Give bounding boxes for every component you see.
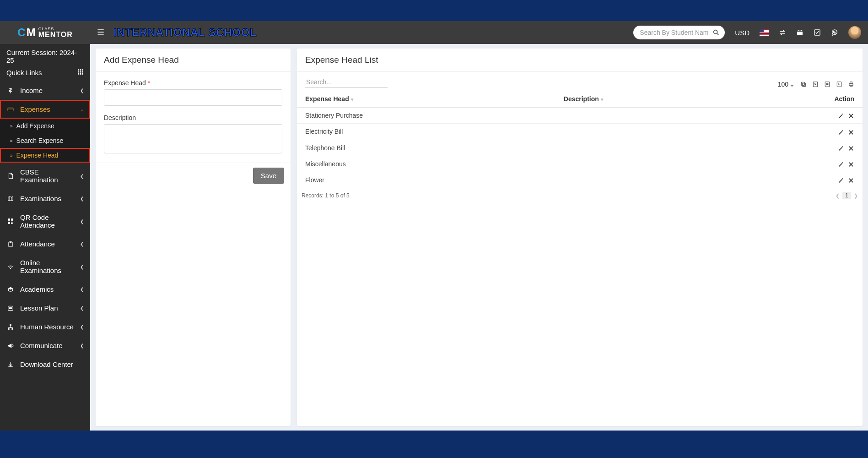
print-icon[interactable]	[848, 81, 854, 87]
svg-line-1	[717, 33, 718, 35]
quick-links[interactable]: Quick Links	[0, 66, 90, 81]
search-icon[interactable]	[708, 29, 724, 36]
delete-icon[interactable]	[848, 145, 854, 152]
sidebar-item-academics[interactable]: Academics ❮	[0, 280, 90, 299]
records-label: Records: 1 to 5 of 5	[302, 192, 350, 199]
svg-rect-20	[11, 218, 13, 221]
edit-icon[interactable]	[838, 177, 844, 184]
page-size-select[interactable]: 100 ⌄	[778, 81, 795, 88]
calendar-icon[interactable]	[796, 29, 803, 36]
cell-desc	[560, 172, 742, 188]
prev-page-button[interactable]: ❮	[836, 193, 840, 199]
chevron-left-icon: ❮	[80, 88, 84, 93]
cell-head: Electricity Bill	[297, 124, 560, 140]
sitemap-icon	[6, 324, 15, 330]
currency-label[interactable]: USD	[735, 29, 749, 37]
copy-icon[interactable]	[800, 81, 807, 87]
chevron-left-icon: ❮	[80, 219, 84, 224]
student-search-input[interactable]	[640, 29, 708, 36]
panel-title: Add Expense Head	[96, 49, 291, 72]
svg-rect-34	[11, 328, 13, 329]
cell-desc	[560, 156, 742, 172]
col-expense-head[interactable]: Expense Head▼	[297, 91, 560, 108]
pdf-icon[interactable]	[836, 81, 842, 87]
table-row: Electricity Bill	[297, 124, 863, 140]
delete-icon[interactable]	[848, 129, 854, 136]
svg-rect-23	[12, 222, 13, 223]
chevron-down-icon: ⌄	[80, 107, 84, 112]
user-avatar[interactable]	[848, 26, 861, 39]
edit-icon[interactable]	[838, 161, 844, 168]
excel-icon[interactable]	[812, 81, 819, 87]
svg-rect-14	[78, 73, 79, 75]
add-expense-head-panel: Add Expense Head Expense Head * Descript…	[96, 49, 291, 426]
delete-icon[interactable]	[848, 177, 854, 184]
whatsapp-icon[interactable]	[831, 29, 838, 36]
language-flag[interactable]	[760, 29, 769, 36]
sidebar-item-cbse[interactable]: CBSE Examination ❮	[0, 163, 90, 189]
logo[interactable]: CM CLASS MENTOR	[0, 21, 90, 44]
newspaper-icon	[6, 305, 15, 311]
save-button[interactable]: Save	[253, 168, 284, 184]
svg-rect-43	[850, 82, 852, 84]
next-page-button[interactable]: ❯	[854, 193, 858, 199]
menu-toggle-button[interactable]: ☰	[97, 27, 104, 38]
sidebar-item-communicate[interactable]: Communicate ❮	[0, 336, 90, 355]
svg-rect-33	[8, 328, 10, 329]
delete-icon[interactable]	[848, 113, 854, 119]
sidebar-item-expenses[interactable]: Expenses ⌄	[0, 100, 90, 119]
svg-rect-3	[797, 30, 803, 32]
csv-icon[interactable]	[824, 81, 830, 87]
list-title: Expense Head List	[297, 49, 863, 72]
qr-icon	[6, 218, 15, 224]
svg-rect-9	[80, 69, 81, 71]
edit-icon[interactable]	[838, 113, 844, 119]
dollar-icon	[6, 87, 15, 94]
page-number[interactable]: 1	[842, 192, 851, 199]
sidebar-subitem-search-expense[interactable]: » Search Expense	[0, 133, 90, 148]
cap-icon	[6, 286, 15, 293]
sidebar-item-online-exams[interactable]: Online Examinations ❮	[0, 253, 90, 280]
sidebar-item-qr-attendance[interactable]: QR Code Attendance ❮	[0, 208, 90, 234]
description-input[interactable]	[104, 124, 282, 153]
swap-icon[interactable]	[779, 29, 786, 36]
wifi-icon	[6, 263, 15, 270]
svg-rect-36	[801, 82, 804, 85]
svg-rect-16	[82, 73, 83, 75]
sort-icon: ▼	[600, 97, 604, 102]
chevron-left-icon: ❮	[80, 287, 84, 292]
sidebar-item-examinations[interactable]: Examinations ❮	[0, 189, 90, 208]
sidebar-subitem-add-expense[interactable]: » Add Expense	[0, 119, 90, 133]
student-search[interactable]	[633, 26, 725, 39]
svg-point-28	[10, 268, 11, 269]
sidebar-item-income[interactable]: Income ❮	[0, 81, 90, 100]
table-row: Miscellaneous	[297, 156, 863, 172]
svg-rect-25	[12, 223, 13, 224]
svg-rect-32	[10, 324, 11, 326]
svg-rect-15	[80, 73, 81, 75]
col-description[interactable]: Description▼	[560, 91, 742, 108]
check-icon[interactable]	[814, 29, 821, 36]
edit-icon[interactable]	[838, 145, 844, 152]
expense-head-input[interactable]	[104, 89, 282, 106]
cell-head: Miscellaneous	[297, 156, 560, 172]
sidebar-item-human-resource[interactable]: Human Resource ❮	[0, 317, 90, 336]
cell-desc	[560, 140, 742, 156]
expense-head-label: Expense Head *	[104, 79, 282, 87]
svg-rect-13	[82, 71, 83, 73]
chevron-down-icon: ⌄	[789, 81, 795, 88]
svg-rect-12	[80, 71, 81, 73]
svg-point-7	[832, 30, 837, 35]
list-search-input[interactable]	[305, 76, 388, 88]
sidebar-item-lesson-plan[interactable]: Lesson Plan ❮	[0, 299, 90, 317]
delete-icon[interactable]	[848, 161, 854, 168]
grid-icon	[77, 69, 84, 76]
sidebar-item-download-center[interactable]: Download Center	[0, 355, 90, 374]
sidebar-item-attendance[interactable]: Attendance ❮	[0, 234, 90, 253]
chevron-left-icon: ❮	[80, 305, 84, 311]
cell-head: Telephone Bill	[297, 140, 560, 156]
sidebar-subitem-expense-head[interactable]: » Expense Head	[0, 148, 90, 163]
edit-icon[interactable]	[838, 129, 844, 136]
pager: ❮ 1 ❯	[836, 192, 858, 199]
table-row: Stationery Purchase	[297, 108, 863, 124]
